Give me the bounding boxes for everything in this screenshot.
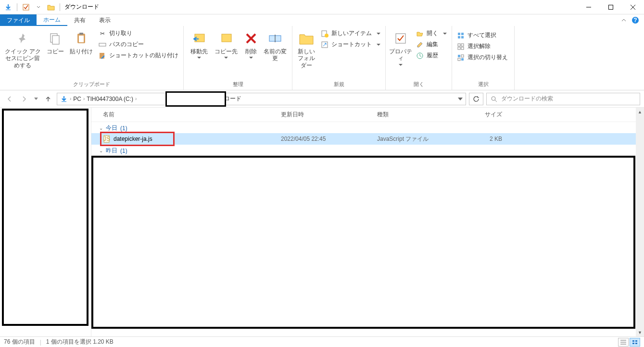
svg-rect-34	[62, 101, 66, 102]
downloads-icon	[60, 95, 68, 103]
search-box[interactable]: ダウンロードの検索	[486, 93, 640, 105]
pin-to-quick-access-button[interactable]: クイック アクセスにピン留めする	[3, 28, 43, 69]
svg-text:?: ?	[633, 17, 637, 24]
new-item-button[interactable]: 新しいアイテム	[319, 29, 382, 38]
rename-button[interactable]: 名前の変更	[264, 28, 287, 62]
svg-rect-32	[458, 58, 460, 61]
status-item-count: 76 個の項目	[4, 338, 35, 346]
search-icon	[491, 96, 497, 102]
copy-path-button[interactable]: パスのコピー	[97, 40, 180, 49]
move-to-icon	[191, 31, 207, 46]
app-icon	[3, 2, 13, 12]
status-selection: 1 個の項目を選択 1.20 KB	[46, 338, 114, 346]
refresh-button[interactable]	[469, 93, 483, 105]
window-title: ダウンロード	[64, 3, 99, 11]
navigation-pane[interactable]	[0, 108, 91, 336]
scroll-up-icon[interactable]: ▲	[636, 108, 644, 116]
column-date[interactable]: 更新日時	[281, 111, 377, 119]
copy-to-button[interactable]: コピー先	[214, 28, 239, 59]
cut-button[interactable]: ✂切り取り	[97, 29, 180, 38]
ribbon-group-select-label: 選択	[452, 81, 514, 90]
open-button[interactable]: 開く	[414, 29, 449, 38]
recent-dropdown[interactable]	[33, 93, 39, 105]
view-details-button[interactable]	[618, 338, 629, 347]
edit-button[interactable]: 編集	[414, 40, 449, 49]
file-list[interactable]: 名前 更新日時 種類 サイズ ⌄ 今日 (1) JS datepicker-ja…	[91, 108, 644, 336]
paste-button[interactable]: 貼り付け	[68, 28, 95, 55]
chevron-right-icon[interactable]: ›	[70, 96, 71, 101]
select-none-button[interactable]: 選択解除	[455, 42, 510, 51]
new-shortcut-button[interactable]: ショートカット	[319, 40, 382, 49]
group-yesterday[interactable]: ⌄ 昨日 (1)	[91, 145, 644, 156]
chevron-down-icon[interactable]: ⌄	[99, 148, 103, 153]
breadcrumb-pc[interactable]: PC	[73, 96, 81, 102]
ribbon-group-organize-label: 整理	[184, 81, 292, 90]
svg-point-18	[325, 34, 328, 37]
svg-rect-33	[461, 58, 464, 61]
shortcut-paste-icon	[99, 52, 106, 60]
minimize-button[interactable]	[578, 0, 600, 14]
vertical-scrollbar[interactable]: ▲ ▼	[636, 108, 644, 336]
svg-rect-0	[6, 10, 11, 10]
forward-button[interactable]	[18, 93, 30, 105]
new-folder-button[interactable]: 新しいフォルダー	[295, 28, 317, 69]
history-button[interactable]: 履歴	[414, 51, 449, 60]
select-none-icon	[457, 43, 465, 50]
file-date: 2022/04/05 22:45	[281, 136, 377, 142]
tab-view[interactable]: 表示	[92, 14, 117, 26]
back-button[interactable]	[4, 93, 15, 105]
properties-button[interactable]: プロパティ	[389, 28, 412, 66]
scissors-icon: ✂	[99, 30, 106, 37]
column-headers[interactable]: 名前 更新日時 種類 サイズ	[91, 108, 644, 122]
qat-properties-icon[interactable]	[21, 2, 31, 12]
copy-button[interactable]: コピー	[45, 28, 66, 55]
svg-rect-27	[461, 44, 464, 46]
qat-dropdown-icon[interactable]	[33, 2, 44, 12]
paste-shortcut-button[interactable]: ショートカットの貼り付け	[97, 51, 180, 60]
ribbon-group-new-label: 新規	[292, 81, 385, 90]
delete-icon	[243, 31, 259, 46]
svg-rect-11	[99, 43, 106, 46]
column-type[interactable]: 種類	[377, 111, 459, 119]
svg-rect-29	[461, 47, 464, 50]
invert-selection-button[interactable]: 選択の切り替え	[455, 53, 510, 62]
svg-rect-22	[458, 33, 460, 35]
address-bar[interactable]: › PC › TIH0447300A (C:) › › ダウンロード	[57, 93, 466, 105]
copy-icon	[48, 31, 63, 46]
maximize-button[interactable]	[600, 0, 622, 14]
breadcrumb-drive[interactable]: TIH0447300A (C:)	[87, 96, 133, 102]
new-folder-icon	[299, 31, 314, 46]
new-item-icon	[321, 30, 328, 37]
redacted-file-list	[91, 156, 635, 329]
ribbon: クイック アクセスにピン留めする コピー 貼り付け ✂切り取り パスのコピー シ…	[0, 26, 644, 90]
chevron-right-icon[interactable]: ›	[135, 96, 137, 101]
shortcut-icon	[321, 41, 328, 49]
tab-file[interactable]: ファイル	[0, 14, 37, 26]
svg-rect-14	[222, 34, 231, 42]
svg-rect-23	[461, 33, 464, 35]
svg-rect-43	[635, 340, 637, 342]
view-large-icons-button[interactable]	[630, 338, 640, 347]
scroll-down-icon[interactable]: ▼	[636, 328, 644, 336]
tab-home[interactable]: ホーム	[37, 14, 67, 26]
select-all-button[interactable]: すべて選択	[455, 31, 510, 40]
address-dropdown-icon[interactable]	[458, 98, 463, 100]
up-button[interactable]	[42, 93, 54, 105]
svg-point-35	[492, 97, 495, 100]
close-button[interactable]	[622, 0, 644, 14]
delete-button[interactable]: 削除	[240, 28, 262, 59]
redacted-path-segment	[165, 91, 226, 107]
column-size[interactable]: サイズ	[459, 111, 507, 119]
file-type: JavaScript ファイル	[377, 135, 459, 143]
path-icon	[99, 41, 106, 49]
chevron-down-icon[interactable]: ⌄	[99, 125, 103, 131]
open-icon	[416, 30, 424, 37]
tab-share[interactable]: 共有	[67, 14, 92, 26]
chevron-right-icon[interactable]: ›	[83, 96, 85, 101]
file-size: 2 KB	[459, 136, 507, 142]
help-icon[interactable]: ?	[631, 16, 639, 24]
edit-icon	[416, 41, 424, 49]
move-to-button[interactable]: 移動先	[187, 28, 212, 59]
collapse-ribbon-icon[interactable]	[621, 17, 627, 23]
column-name[interactable]: 名前	[103, 111, 281, 119]
